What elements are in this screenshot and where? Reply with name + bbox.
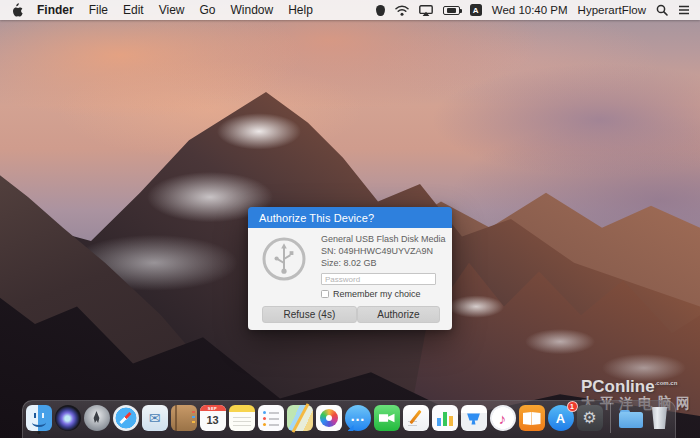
dock-notes-icon[interactable] (229, 405, 255, 431)
menu-bar-clock[interactable]: Wed 10:40 PM (492, 4, 568, 16)
menu-bar-account-name[interactable]: HyperartFlow (578, 4, 646, 16)
dock: ✉SEP13…♪A1⚙ (22, 400, 676, 438)
device-info: General USB Flash Disk Media SN: 049HHWC… (321, 228, 452, 300)
dock-launchpad-icon[interactable] (84, 405, 110, 431)
dock-mail-icon[interactable]: ✉ (142, 405, 168, 431)
dock-sysprefs-icon[interactable]: ⚙ (577, 405, 603, 431)
dock-safari-icon[interactable] (113, 405, 139, 431)
usb-icon (261, 236, 307, 282)
dock-finder-icon[interactable] (26, 405, 52, 431)
dock-siri-icon[interactable] (55, 405, 81, 431)
notification-center-icon[interactable] (678, 5, 690, 15)
dock-appstore-icon[interactable]: A1 (548, 405, 574, 431)
dialog-title: Authorize This Device? (259, 212, 374, 224)
dock-pages-icon[interactable] (403, 405, 429, 431)
menu-bar-status-area: A Wed 10:40 PM HyperartFlow (376, 4, 690, 16)
menu-edit[interactable]: Edit (123, 3, 144, 17)
wifi-icon[interactable] (395, 5, 409, 16)
remember-checkbox[interactable] (321, 290, 329, 298)
app-store-badge: 1 (567, 401, 578, 412)
dock-separator (610, 403, 611, 433)
dock-messages-icon[interactable]: … (345, 405, 371, 431)
dock-facetime-icon[interactable] (374, 405, 400, 431)
menu-file[interactable]: File (89, 3, 108, 17)
dock-folder-icon[interactable] (618, 405, 644, 431)
dock-reminders-icon[interactable] (258, 405, 284, 431)
shield-icon[interactable] (376, 5, 385, 16)
dock-trash-icon[interactable] (647, 405, 673, 431)
remember-label: Remember my choice (333, 288, 421, 300)
dock-maps-icon[interactable] (287, 405, 313, 431)
dialog-body: General USB Flash Disk Media SN: 049HHWC… (248, 228, 452, 330)
password-input[interactable] (321, 273, 436, 285)
dock-contacts-icon[interactable] (171, 405, 197, 431)
search-icon[interactable] (656, 4, 668, 16)
menu-window[interactable]: Window (231, 3, 274, 17)
watermark-brand: PConline.com.cn (581, 378, 695, 396)
device-serial: SN: 049HHWC49UYVZA9N (321, 245, 452, 257)
app-menus: FinderFileEditViewGoWindowHelp (37, 3, 313, 17)
desktop: FinderFileEditViewGoWindowHelp A Wed 10:… (0, 0, 700, 438)
dock-numbers-icon[interactable] (432, 405, 458, 431)
dock-ibooks-icon[interactable] (519, 405, 545, 431)
battery-fill (447, 8, 456, 13)
device-size: Size: 8.02 GB (321, 257, 452, 269)
device-name: General USB Flash Disk Media (321, 233, 452, 245)
menu-help[interactable]: Help (288, 3, 313, 17)
airplay-display-icon[interactable] (419, 5, 433, 16)
dialog-buttons: Refuse (4s) Authorize (248, 306, 452, 323)
running-indicator (37, 431, 40, 434)
battery-icon[interactable] (443, 6, 460, 15)
dialog-title-bar[interactable]: Authorize This Device? (248, 207, 452, 228)
authorize-button[interactable]: Authorize (357, 306, 440, 323)
menu-finder[interactable]: Finder (37, 3, 74, 17)
apple-menu-icon[interactable] (10, 3, 23, 18)
dock-itunes-icon[interactable]: ♪ (490, 405, 516, 431)
dock-calendar-icon[interactable]: SEP13 (200, 405, 226, 431)
input-source-a-icon[interactable]: A (470, 4, 482, 16)
watermark-brand-suffix: .com.cn (655, 381, 678, 387)
remember-row: Remember my choice (321, 288, 452, 300)
dock-photos-icon[interactable] (316, 405, 342, 431)
menu-bar: FinderFileEditViewGoWindowHelp A Wed 10:… (0, 0, 700, 20)
dock-keynote-icon[interactable] (461, 405, 487, 431)
menu-view[interactable]: View (159, 3, 185, 17)
refuse-button[interactable]: Refuse (4s) (262, 306, 357, 323)
menu-go[interactable]: Go (200, 3, 216, 17)
authorize-dialog: Authorize This Device? General USB Flash… (248, 207, 452, 330)
